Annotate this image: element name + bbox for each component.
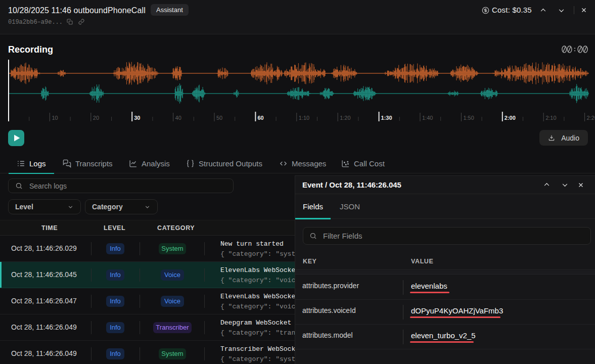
svg-text:1:50: 1:50 — [463, 115, 474, 121]
svg-text:50: 50 — [216, 115, 222, 121]
svg-text:2:00: 2:00 — [505, 115, 516, 121]
svg-text:2:10: 2:10 — [545, 115, 556, 121]
svg-text:60: 60 — [257, 115, 263, 121]
svg-text:1:40: 1:40 — [422, 115, 433, 121]
svg-text:20: 20 — [93, 115, 99, 121]
svg-text:40: 40 — [175, 115, 181, 121]
svg-text:30: 30 — [134, 115, 140, 121]
svg-text:10: 10 — [52, 115, 58, 121]
svg-text:1:10: 1:10 — [299, 115, 309, 121]
svg-text:1:20: 1:20 — [340, 115, 350, 121]
svg-text:2:20: 2:20 — [587, 115, 595, 121]
svg-text:1:30: 1:30 — [381, 115, 392, 121]
